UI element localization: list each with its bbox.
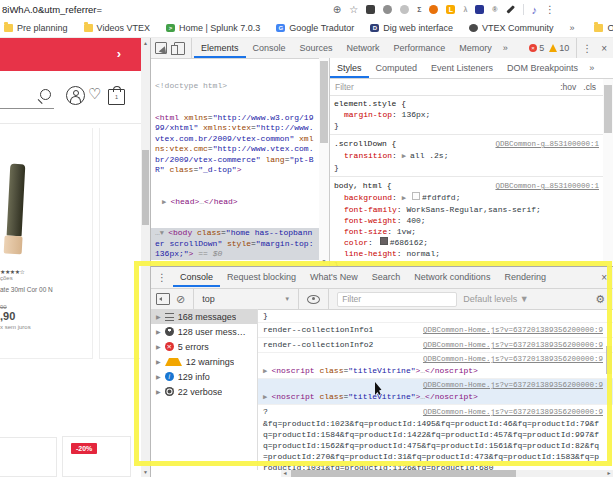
styles-tab[interactable]: DOM Breakpoints: [500, 58, 585, 78]
devtools-tab[interactable]: Console: [246, 38, 293, 58]
drawer-tab[interactable]: Rendering: [497, 267, 553, 287]
console-filter-group[interactable]: ▶ 128 user messages: [151, 324, 257, 339]
console-message[interactable]: render--collectionInfo2 QDBCommon-Home.j…: [258, 338, 613, 353]
bookmark-item[interactable]: Pre planning: [4, 23, 68, 33]
styles-scrollbar[interactable]: [603, 79, 613, 266]
console-message[interactable]: }: [258, 309, 613, 323]
css-property[interactable]: font-size: 1vw;: [334, 226, 599, 237]
bookmark-item[interactable]: D Dig web interface: [370, 23, 453, 33]
disclosure-triangle-icon[interactable]: ▶: [156, 328, 161, 335]
product-card[interactable]: [99, 128, 140, 359]
source-link[interactable]: QDBCommon-Home.js?v=637201389356200000:9: [423, 340, 603, 351]
carousel-next-icon[interactable]: ›: [117, 46, 121, 61]
css-property[interactable]: line-height: normal;: [334, 248, 599, 259]
page-scrollbar[interactable]: ▲ ▼: [141, 38, 150, 477]
drawer-tab[interactable]: Search: [365, 267, 408, 287]
search-icon[interactable]: [40, 89, 51, 100]
css-property[interactable]: background: ▶ #fdfdfd;: [334, 192, 599, 204]
console-filter-group[interactable]: ▶ 22 verbose: [151, 384, 257, 399]
cart-icon[interactable]: 1: [108, 89, 125, 105]
extension-icon[interactable]: [429, 5, 438, 14]
bookmark-item[interactable]: Videos VTEX: [84, 23, 150, 33]
bookmark-item[interactable]: VTEX Community: [469, 23, 554, 33]
page-scrollbar-thumb[interactable]: [142, 150, 149, 225]
extension-icon[interactable]: [400, 5, 409, 14]
css-property[interactable]: color: #686162;: [334, 237, 599, 248]
dom-node-doctype[interactable]: <!doctype html>: [155, 81, 317, 92]
console-scrollbar-thumb[interactable]: [606, 346, 612, 374]
disclosure-triangle-icon[interactable]: ▶: [156, 343, 161, 350]
install-app-icon[interactable]: ⊕: [333, 5, 341, 15]
warning-badge[interactable]: 10: [549, 43, 569, 53]
css-property[interactable]: font-weight: 400;: [334, 215, 599, 226]
source-link[interactable]: QDBCommon-Home.js?v=637201389356200000:9: [423, 380, 603, 391]
elements-scrollbar[interactable]: ▼: [319, 58, 329, 266]
devtools-close-icon[interactable]: ×: [595, 43, 613, 54]
drawer-tab[interactable]: Request blocking: [220, 267, 303, 287]
drawer-tab[interactable]: Network conditions: [407, 267, 497, 287]
console-filter-group[interactable]: ▶ 168 messages: [151, 309, 257, 324]
dom-node-head[interactable]: ▶ <head>…</head>: [155, 197, 317, 208]
disclosure-triangle-icon[interactable]: ▶: [156, 358, 161, 365]
device-toolbar-icon[interactable]: [174, 42, 185, 55]
disclosure-triangle-icon[interactable]: ▶: [156, 373, 161, 380]
css-rule-body-html[interactable]: body, html { QDBCommon-g…853100000:1 bac…: [330, 177, 603, 266]
console-message[interactable]: QDBCommon-Home.js?v=637201389356200000:9…: [258, 353, 613, 379]
source-link[interactable]: QDBCommon-Home.js?v=637201389356200000:9: [423, 407, 603, 418]
console-sidebar-toggle-icon[interactable]: [156, 293, 170, 305]
console-scrollbar[interactable]: [605, 309, 613, 470]
drawer-tab[interactable]: What's New: [303, 267, 365, 287]
url-text[interactable]: 8iWhA.0&utm_referrer=: [2, 4, 102, 15]
devtools-tab[interactable]: Sources: [293, 38, 340, 58]
javascript-context-select[interactable]: top ▼: [202, 294, 290, 304]
styles-tab[interactable]: Styles: [330, 58, 369, 78]
console-settings-icon[interactable]: ⚙: [595, 293, 605, 306]
console-message[interactable]: ? QDBCommon-Home.js?v=637201389356200000…: [258, 405, 613, 470]
bookmark-star-icon[interactable]: ☆: [349, 5, 358, 15]
bookmarks-overflow-icon[interactable]: »: [569, 23, 574, 33]
hover-state-button[interactable]: :hov: [560, 82, 576, 92]
elements-scrollbar-thumb[interactable]: [320, 61, 328, 143]
logged-element[interactable]: ▶ <noscript class="titleVitrine">…</nosc…: [263, 365, 603, 377]
source-link[interactable]: QDBCommon-Home.js?v=637201389356200000:9: [423, 354, 603, 365]
console-filter-group[interactable]: ▶ ✕ 5 errors: [151, 339, 257, 354]
drawer-tab[interactable]: Console: [173, 267, 220, 287]
css-property[interactable]: transition: ▶ all .2s;: [334, 150, 599, 162]
console-message-selected[interactable]: QDBCommon-Home.js?v=637201389356200000:9…: [258, 379, 613, 405]
wishlist-icon[interactable]: ♡: [88, 85, 101, 103]
extension-icon[interactable]: [366, 5, 375, 14]
source-link[interactable]: QDBCommon-Home.js?v=637201389356200000:9: [423, 325, 603, 336]
product-card[interactable]: [0, 437, 57, 477]
css-property[interactable]: font-family: WorkSans-Regular,sans-serif…: [334, 204, 599, 215]
logged-element[interactable]: ▶ <noscript class="titleVitrine">…</nosc…: [263, 391, 603, 403]
scroll-down-icon[interactable]: ▼: [141, 469, 150, 475]
css-source-link[interactable]: QDBCommon-g…853100000:1: [495, 139, 599, 150]
dom-node-body-selected[interactable]: …▼ <body class="home has--topbanner scro…: [151, 228, 321, 260]
css-rule-element-style[interactable]: element.style { margin-top: 136px; }: [330, 95, 603, 135]
extension-icon[interactable]: [475, 5, 484, 14]
console-filter-group[interactable]: ▶ 12 warnings: [151, 354, 257, 369]
css-selector[interactable]: .scrollDown {: [334, 138, 396, 149]
extension-icon[interactable]: [383, 5, 392, 14]
error-badge[interactable]: × 5: [529, 43, 544, 53]
console-message[interactable]: render--collectionInfo1 QDBCommon-Home.j…: [258, 323, 613, 338]
scroll-up-icon[interactable]: ▲: [141, 40, 150, 46]
css-source-link[interactable]: QDBCommon-g…853100000:1: [495, 181, 599, 192]
devtools-menu-icon[interactable]: ⋮: [579, 43, 595, 54]
extension-icon[interactable]: L: [446, 5, 455, 14]
dom-node-html[interactable]: <html xmlns="http://www.w3.org/1999/xhtm…: [155, 113, 317, 176]
styles-tab[interactable]: Computed: [369, 58, 425, 78]
css-selector[interactable]: body, html {: [334, 180, 392, 191]
hscrollbar-thumb[interactable]: [291, 470, 516, 477]
clear-console-icon[interactable]: ⊘: [176, 294, 185, 304]
product-name[interactable]: ate 30ml Cor 00 N: [0, 286, 53, 293]
account-icon[interactable]: [66, 86, 85, 105]
devtools-tab[interactable]: Performance: [387, 38, 453, 58]
inspect-element-icon[interactable]: [155, 42, 167, 54]
product-card[interactable]: -20%: [62, 436, 131, 477]
devtools-tab[interactable]: Memory: [452, 38, 499, 58]
media-extension-icon[interactable]: ♪: [532, 4, 538, 16]
other-bookmarks-button[interactable]: Outros favoritos: [594, 23, 613, 33]
console-filter-input[interactable]: [337, 292, 457, 307]
console-horizontal-scrollbar[interactable]: ◄ ►: [281, 470, 613, 477]
